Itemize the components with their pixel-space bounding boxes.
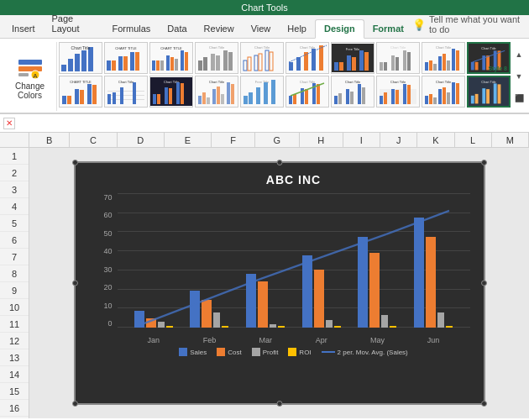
col-header-l[interactable]: L — [455, 133, 492, 147]
bar-apr-roi[interactable] — [334, 326, 341, 328]
col-header-j[interactable]: J — [380, 133, 417, 147]
scroll-up-arrow[interactable]: ▲ — [514, 51, 524, 59]
bar-feb-profit[interactable] — [213, 312, 220, 328]
bar-may-sales[interactable] — [358, 237, 368, 328]
row-header-6[interactable]: 6 — [0, 232, 29, 249]
handle-bottom-right[interactable] — [481, 401, 487, 407]
handle-bottom[interactable] — [276, 401, 282, 407]
bar-mar-sales[interactable] — [246, 274, 256, 328]
bar-mar-roi[interactable] — [278, 326, 285, 328]
tab-data[interactable]: Data — [159, 20, 195, 38]
scroll-down-arrow[interactable]: ▼ — [514, 73, 524, 81]
bar-feb-roi[interactable] — [222, 326, 228, 328]
row-header-13[interactable]: 13 — [0, 349, 29, 366]
row-header-14[interactable]: 14 — [0, 366, 29, 383]
handle-top[interactable] — [276, 160, 282, 165]
row-header-12[interactable]: 12 — [0, 333, 29, 349]
chart-style-7[interactable]: Free Title Free Title — [331, 42, 374, 74]
bar-may-profit[interactable] — [381, 315, 388, 328]
bar-jun-roi[interactable] — [446, 326, 453, 328]
col-header-g[interactable]: G — [255, 133, 299, 147]
chart-style-19[interactable]: Chart Title — [422, 76, 465, 108]
tab-view[interactable]: View — [243, 20, 280, 38]
chart-style-15[interactable]: Free Title — [240, 76, 284, 108]
col-header-f[interactable]: F — [212, 133, 255, 147]
row-header-2[interactable]: 2 — [0, 165, 29, 181]
row-header-15[interactable]: 15 — [0, 383, 29, 400]
row-header-3[interactable]: 3 — [0, 181, 29, 198]
bar-apr-cost[interactable] — [314, 270, 324, 328]
chart-style-5[interactable]: Chart Title — [240, 42, 284, 74]
bar-mar-profit[interactable] — [270, 324, 276, 328]
col-header-h[interactable]: H — [300, 133, 343, 147]
tab-format[interactable]: Format — [364, 20, 412, 38]
bar-feb-cost[interactable] — [202, 300, 212, 328]
col-header-m[interactable]: M — [492, 133, 529, 147]
col-header-b[interactable]: B — [29, 133, 70, 147]
col-header-i[interactable]: I — [343, 133, 380, 147]
row-header-10[interactable]: 10 — [0, 299, 29, 316]
bar-jan-sales[interactable] — [134, 311, 144, 328]
tell-me-bar[interactable]: 💡 Tell me what you want to do — [412, 14, 522, 34]
bar-jan-cost[interactable] — [146, 318, 156, 328]
row-header-11[interactable]: 11 — [0, 316, 29, 333]
bar-jun-cost[interactable] — [426, 237, 436, 328]
handle-bottom-left[interactable] — [72, 401, 78, 407]
chart-style-9[interactable]: Chart Title — [422, 42, 465, 74]
bar-apr-sales[interactable] — [302, 255, 312, 328]
chart-style-selected[interactable]: Chart Title Style 8 — [467, 42, 511, 74]
svg-rect-150 — [447, 92, 450, 104]
close-icon-small[interactable]: ✕ — [3, 118, 15, 129]
chart-style-8[interactable]: Chart Title — [376, 42, 420, 74]
tab-formulas[interactable]: Formulas — [104, 20, 160, 38]
col-header-d[interactable]: D — [118, 133, 165, 147]
chart-style-4[interactable]: Chart Title — [195, 42, 238, 74]
tab-review[interactable]: Review — [196, 20, 243, 38]
row-header-4[interactable]: 4 — [0, 198, 29, 215]
chart-style-11[interactable]: CHART TITLE — [59, 76, 102, 108]
bar-may-roi[interactable] — [390, 326, 396, 328]
row-header-5[interactable]: 5 — [0, 215, 29, 232]
chart-style-12[interactable]: Chart Title — [104, 76, 148, 108]
bar-may-cost[interactable] — [369, 253, 380, 328]
bar-jan-profit[interactable] — [158, 322, 165, 328]
chart-style-14[interactable]: Chart Title — [195, 76, 238, 108]
col-header-c[interactable]: C — [70, 133, 117, 147]
chart-style-13[interactable]: Chart Title Chart Title — [149, 76, 193, 108]
handle-right[interactable] — [481, 281, 487, 286]
handle-top-left[interactable] — [72, 160, 78, 165]
col-header-k[interactable]: K — [417, 133, 454, 147]
scroll-expand-arrow[interactable]: ⬛ — [514, 95, 524, 102]
bar-jun-sales[interactable] — [414, 218, 424, 328]
bar-feb-sales[interactable] — [190, 291, 200, 328]
row-header-17[interactable]: 17 — [0, 417, 29, 418]
tab-page-layout[interactable]: Page Layout — [44, 10, 104, 38]
chart-container[interactable]: ABC INC 0 10 20 30 40 50 60 70 — [74, 161, 485, 405]
chart-style-3[interactable]: CHART TITLE — [149, 42, 193, 74]
chart-style-6[interactable]: Chart Title — [285, 42, 329, 74]
row-header-7[interactable]: 7 — [0, 249, 29, 265]
chart-style-1[interactable]: Chart Title — [59, 42, 102, 74]
bar-mar-cost[interactable] — [258, 281, 268, 328]
row-header-8[interactable]: 8 — [0, 265, 29, 282]
bar-jan-roi[interactable] — [166, 326, 173, 328]
lightbulb-icon: 💡 — [412, 18, 426, 31]
col-header-e[interactable]: E — [165, 133, 212, 147]
tab-help[interactable]: Help — [279, 20, 315, 38]
chart-style-17[interactable]: Chart Title — [331, 76, 374, 108]
change-colors-button[interactable]: A ChangeColors — [3, 42, 57, 111]
bar-apr-profit[interactable] — [326, 320, 333, 328]
row-header-16[interactable]: 16 — [0, 400, 29, 417]
tab-insert[interactable]: Insert — [3, 20, 44, 38]
chart-style-2[interactable]: CHART TITLE — [104, 42, 148, 74]
row-header-9[interactable]: 9 — [0, 282, 29, 299]
handle-top-right[interactable] — [481, 160, 487, 165]
tab-design[interactable]: Design — [315, 19, 364, 39]
chart-style-16[interactable]: Chart Title — [285, 76, 329, 108]
row-header-1[interactable]: 1 — [0, 148, 29, 165]
chart-style-18[interactable]: Chart Title — [376, 76, 420, 108]
bar-jun-profit[interactable] — [437, 312, 444, 328]
svg-rect-133 — [350, 92, 354, 104]
handle-left[interactable] — [72, 281, 78, 286]
chart-style-20[interactable]: Chart Title — [467, 76, 511, 108]
